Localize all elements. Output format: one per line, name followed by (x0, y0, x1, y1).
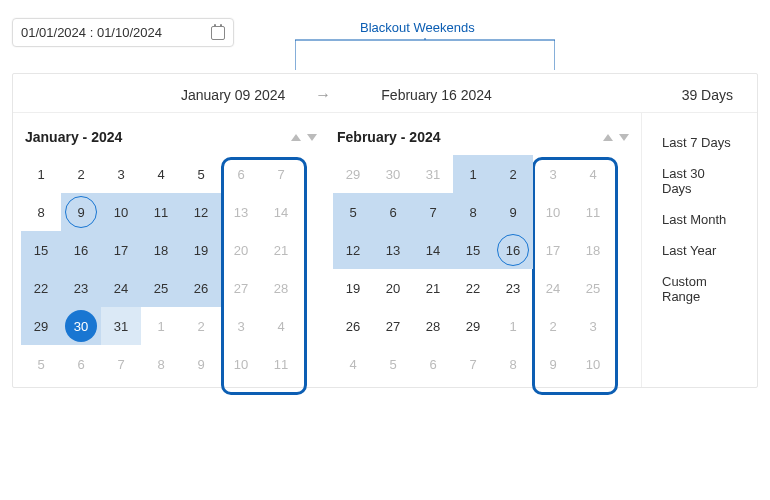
preset-item[interactable]: Last Month (660, 204, 739, 235)
day-cell[interactable]: 2 (181, 307, 221, 345)
day-number: 17 (546, 243, 560, 258)
day-cell[interactable]: 1 (141, 307, 181, 345)
day-cell[interactable]: 8 (453, 193, 493, 231)
arrow-right-icon: → (315, 86, 331, 104)
day-number: 2 (77, 167, 84, 182)
day-cell[interactable]: 1 (453, 155, 493, 193)
day-cell[interactable]: 28 (413, 307, 453, 345)
day-cell[interactable]: 8 (493, 345, 533, 383)
day-number: 10 (546, 205, 560, 220)
day-cell[interactable]: 25 (141, 269, 181, 307)
day-cell[interactable]: 4 (333, 345, 373, 383)
day-cell[interactable]: 1 (493, 307, 533, 345)
day-number: 2 (197, 319, 204, 334)
blackout-callout-label: Blackout Weekends (360, 20, 475, 35)
day-cell[interactable]: 29 (453, 307, 493, 345)
day-number: 7 (117, 357, 124, 372)
day-number: 20 (386, 281, 400, 296)
preset-item[interactable]: Custom Range (660, 266, 739, 312)
day-cell[interactable]: 16 (493, 231, 533, 269)
day-cell[interactable]: 22 (21, 269, 61, 307)
preset-item[interactable]: Last 7 Days (660, 127, 739, 158)
day-cell[interactable]: 7 (101, 345, 141, 383)
date-picker-panel: January 09 2024 → February 16 2024 39 Da… (12, 73, 758, 388)
date-range-input[interactable] (21, 25, 181, 40)
day-cell[interactable]: 14 (413, 231, 453, 269)
day-cell[interactable]: 9 (493, 193, 533, 231)
day-cell[interactable]: 6 (413, 345, 453, 383)
day-cell[interactable]: 12 (181, 193, 221, 231)
day-cell[interactable]: 18 (141, 231, 181, 269)
day-number: 14 (426, 243, 440, 258)
day-cell[interactable]: 19 (181, 231, 221, 269)
day-cell[interactable]: 21 (413, 269, 453, 307)
preset-item[interactable]: Last Year (660, 235, 739, 266)
day-cell[interactable]: 8 (21, 193, 61, 231)
day-cell[interactable]: 5 (181, 155, 221, 193)
day-number: 8 (37, 205, 44, 220)
day-cell[interactable]: 29 (21, 307, 61, 345)
day-number: 30 (386, 167, 400, 182)
day-number: 31 (426, 167, 440, 182)
day-cell[interactable]: 1 (21, 155, 61, 193)
day-number: 23 (506, 281, 520, 296)
day-cell[interactable]: 30 (61, 307, 101, 345)
day-cell[interactable]: 7 (453, 345, 493, 383)
day-cell[interactable]: 26 (333, 307, 373, 345)
day-cell[interactable]: 5 (333, 193, 373, 231)
day-cell[interactable]: 7 (413, 193, 453, 231)
callout-connector (295, 38, 555, 78)
day-cell[interactable]: 10 (101, 193, 141, 231)
day-cell[interactable]: 22 (453, 269, 493, 307)
chevron-up-icon[interactable] (603, 134, 613, 141)
calendar-icon (211, 26, 225, 40)
day-cell[interactable]: 15 (453, 231, 493, 269)
day-number: 8 (509, 357, 516, 372)
day-cell[interactable]: 5 (21, 345, 61, 383)
day-number: 22 (466, 281, 480, 296)
day-number: 12 (194, 205, 208, 220)
day-cell[interactable]: 19 (333, 269, 373, 307)
day-cell[interactable]: 23 (61, 269, 101, 307)
day-cell[interactable]: 8 (141, 345, 181, 383)
day-cell[interactable]: 16 (61, 231, 101, 269)
calendar-grid: 1234567891011121314151617181920212223242… (21, 155, 321, 383)
day-number: 4 (277, 319, 284, 334)
day-cell[interactable]: 26 (181, 269, 221, 307)
chevron-up-icon[interactable] (291, 134, 301, 141)
day-cell[interactable]: 29 (333, 155, 373, 193)
chevron-down-icon[interactable] (307, 134, 317, 141)
day-cell[interactable]: 2 (61, 155, 101, 193)
day-cell[interactable]: 20 (373, 269, 413, 307)
day-number: 9 (77, 205, 84, 220)
day-cell[interactable]: 15 (21, 231, 61, 269)
day-cell[interactable]: 6 (373, 193, 413, 231)
day-cell[interactable]: 27 (373, 307, 413, 345)
day-cell: 3 (221, 307, 261, 345)
day-cell[interactable]: 4 (141, 155, 181, 193)
day-cell[interactable]: 23 (493, 269, 533, 307)
day-cell[interactable]: 24 (101, 269, 141, 307)
day-cell[interactable]: 12 (333, 231, 373, 269)
day-number: 9 (197, 357, 204, 372)
day-cell[interactable]: 6 (61, 345, 101, 383)
day-cell[interactable]: 9 (61, 193, 101, 231)
day-number: 31 (114, 319, 128, 334)
day-cell[interactable]: 31 (101, 307, 141, 345)
day-number: 7 (429, 205, 436, 220)
day-cell[interactable]: 2 (493, 155, 533, 193)
day-cell[interactable]: 11 (141, 193, 181, 231)
day-cell[interactable]: 9 (181, 345, 221, 383)
chevron-down-icon[interactable] (619, 134, 629, 141)
day-cell[interactable]: 5 (373, 345, 413, 383)
date-range-input-wrap[interactable] (12, 18, 234, 47)
day-cell[interactable]: 3 (101, 155, 141, 193)
day-cell[interactable]: 17 (101, 231, 141, 269)
day-number: 9 (509, 205, 516, 220)
day-cell[interactable]: 31 (413, 155, 453, 193)
day-number: 3 (549, 167, 556, 182)
preset-item[interactable]: Last 30 Days (660, 158, 739, 204)
day-cell[interactable]: 13 (373, 231, 413, 269)
day-cell: 2 (533, 307, 573, 345)
day-cell[interactable]: 30 (373, 155, 413, 193)
